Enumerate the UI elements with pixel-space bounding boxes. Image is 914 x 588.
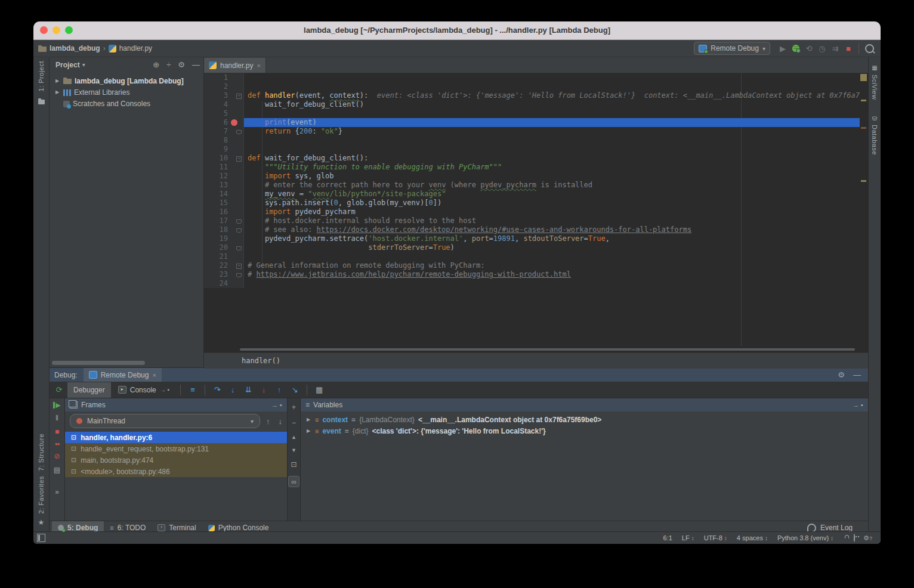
stack-frame-row[interactable]: ⊡handler, handler.py:6 [65, 432, 287, 443]
editor-breadcrumb[interactable]: handler() [204, 352, 868, 369]
gutter-marker-area[interactable] [230, 208, 244, 216]
stack-frame-row[interactable]: ⊡<module>, bootstrap.py:486 [65, 466, 287, 477]
tool-button-database[interactable]: ⛁Database [871, 115, 878, 156]
force-step-into-icon[interactable]: ↓ [257, 383, 271, 397]
tab-debugger[interactable]: Debugger [67, 382, 111, 398]
step-out-icon[interactable]: ↑ [272, 383, 286, 397]
code-line[interactable]: 21 [204, 252, 868, 261]
line-number[interactable]: 16 [204, 208, 230, 216]
fold-marker-icon[interactable]: − [236, 94, 242, 99]
tool-button-sciview[interactable]: ▦SciView [871, 64, 878, 100]
pause-program-icon[interactable]: ‖ [55, 414, 58, 422]
code-line[interactable]: 14 my_venv = "venv/lib/python*/site-pack… [204, 190, 868, 199]
evaluate-expression-icon[interactable]: ▦ [312, 383, 326, 397]
project-view-title[interactable]: Project [55, 61, 80, 69]
variable-row[interactable]: ▶≡context={LambdaContext}<__main__.Lambd… [301, 414, 868, 425]
code-line[interactable]: 24 [204, 279, 868, 288]
more-actions-icon[interactable]: » [55, 488, 59, 496]
fold-marker-icon[interactable] [236, 130, 242, 134]
line-number[interactable]: 18 [204, 225, 230, 234]
gutter-marker-area[interactable] [230, 163, 244, 172]
profiler-button[interactable]: ◷ [816, 42, 829, 55]
stack-frame-row[interactable]: ⊡main, bootstrap.py:474 [65, 454, 287, 466]
collapse-all-icon[interactable]: ÷ [166, 60, 171, 69]
stack-frame-row[interactable]: ⊡handle_event_request, bootstrap.py:131 [65, 443, 287, 454]
line-number[interactable]: 13 [204, 181, 230, 190]
code-line[interactable]: 12 import sys, glob [204, 172, 868, 181]
debug-session-tab[interactable]: Remote Debug × [84, 368, 162, 382]
tree-item[interactable]: ▶lambda_debug [Lambda Debug] [50, 75, 203, 86]
gutter-marker-area[interactable] [230, 172, 244, 181]
line-number[interactable]: 1 [204, 73, 230, 82]
show-execution-point-icon[interactable]: ≡ [186, 383, 200, 397]
stop-button[interactable]: ■ [842, 42, 855, 55]
line-number[interactable]: 23 [204, 270, 230, 279]
project-horizontal-scrollbar[interactable] [52, 361, 145, 365]
update-settings-icon[interactable]: ⚙? [863, 534, 872, 542]
gutter-marker-area[interactable] [230, 145, 244, 154]
close-icon[interactable]: × [152, 372, 156, 379]
step-over-icon[interactable]: ↷ [210, 383, 224, 397]
line-number[interactable]: 14 [204, 190, 230, 199]
gutter-marker-area[interactable] [230, 279, 244, 288]
gutter-marker-area[interactable] [230, 199, 244, 208]
code-editor[interactable]: 123−def handler(event, context): event: … [204, 73, 868, 346]
thread-selector[interactable]: MainThread ▾ [70, 414, 260, 428]
fold-marker-icon[interactable] [236, 246, 242, 250]
tree-item[interactable]: Scratches and Consoles [50, 98, 203, 109]
gutter-marker-area[interactable] [230, 252, 244, 261]
code-line[interactable]: 20 stderrToServer=True) [204, 243, 868, 252]
editor-tab-handler[interactable]: handler.py × [204, 58, 266, 73]
line-number[interactable]: 24 [204, 279, 230, 288]
run-button[interactable]: ▶ [776, 42, 789, 55]
line-number[interactable]: 5 [204, 109, 230, 118]
inspection-status-indicator[interactable] [860, 74, 867, 81]
gutter-marker-area[interactable]: − [230, 154, 244, 163]
gutter-marker-area[interactable] [230, 109, 244, 118]
breadcrumb-file[interactable]: handler.py [119, 44, 152, 52]
chevron-down-icon[interactable]: ▾ [82, 61, 85, 68]
search-everywhere-button[interactable] [863, 42, 876, 55]
code-line[interactable]: 11 """Utility function to enable debuggi… [204, 163, 868, 172]
gutter-marker-area[interactable] [230, 225, 244, 234]
tree-item[interactable]: ▶External Libraries [50, 86, 203, 98]
debug-button[interactable] [789, 42, 802, 55]
resume-program-icon[interactable]: ▶ [53, 402, 60, 408]
mute-breakpoints-icon[interactable]: ⊘ [54, 452, 60, 460]
fold-marker-icon[interactable]: − [236, 264, 242, 269]
line-number[interactable]: 20 [204, 243, 230, 252]
line-number[interactable]: 21 [204, 252, 230, 261]
code-line[interactable]: 13 # enter the correct path here to your… [204, 181, 868, 190]
gutter-marker-area[interactable] [230, 234, 244, 243]
code-line[interactable]: 22−# General information on remote debug… [204, 261, 868, 270]
line-number[interactable]: 10 [204, 154, 230, 163]
editor-horizontal-scrollbar[interactable] [204, 346, 868, 352]
line-number[interactable]: 2 [204, 82, 230, 91]
rerun-tasks-button[interactable]: ⇉ [829, 42, 842, 55]
code-line[interactable]: 2 [204, 82, 868, 91]
tool-button-structure[interactable]: 7: Structure [38, 434, 45, 471]
tool-button-favorites[interactable]: 2: Favorites [38, 476, 45, 513]
status-item[interactable]: 4 spaces↕ [737, 534, 768, 541]
line-number[interactable]: 8 [204, 136, 230, 145]
gutter-marker-area[interactable] [230, 118, 244, 127]
code-line[interactable]: 17 # host.docker.internal should resolve… [204, 216, 868, 225]
previous-frame-icon[interactable]: ↑ [266, 417, 270, 426]
line-number[interactable]: 4 [204, 100, 230, 109]
gear-icon[interactable]: ⚙ [838, 370, 845, 379]
code-line[interactable]: 10−def wait_for_debug_client(): [204, 154, 868, 163]
expand-arrow-icon[interactable]: ▶ [54, 89, 60, 95]
gutter-marker-area[interactable] [230, 136, 244, 145]
line-number[interactable]: 7 [204, 127, 230, 136]
reader-mode-icon[interactable] [854, 534, 855, 541]
code-line[interactable]: 23# https://www.jetbrains.com/help/pycha… [204, 270, 868, 279]
editor-error-stripe[interactable] [860, 73, 868, 346]
gutter-marker-area[interactable]: − [230, 261, 244, 270]
breakpoint-icon[interactable] [231, 119, 237, 126]
gutter-marker-area[interactable] [230, 127, 244, 136]
code-line[interactable]: 6 print(event) [204, 118, 868, 127]
gear-icon[interactable]: ⚙ [178, 60, 185, 69]
close-icon[interactable]: × [257, 62, 260, 69]
hide-panel-icon[interactable]: — [853, 370, 861, 379]
fold-marker-icon[interactable] [236, 219, 242, 224]
